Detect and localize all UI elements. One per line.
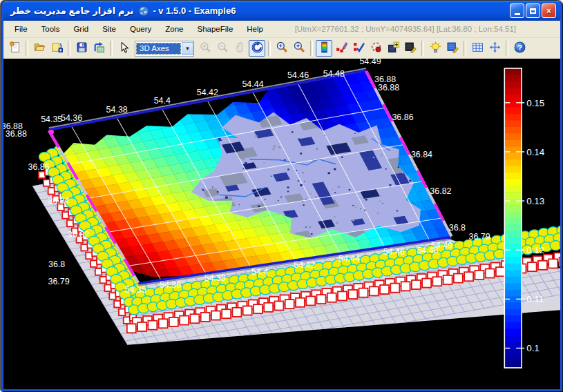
svg-text:54.4: 54.4 xyxy=(251,267,268,277)
toolbar-separator xyxy=(268,41,271,56)
svg-text:36.84: 36.84 xyxy=(411,149,432,159)
minimize-button[interactable] xyxy=(510,3,524,18)
toolbar-separator xyxy=(310,41,313,56)
app-window: نرم افزار جامع مدیریت خطر - v 1.5.0 - Ex… xyxy=(1,1,562,391)
toolbar-separator xyxy=(464,41,466,56)
svg-text:54.35: 54.35 xyxy=(41,115,62,124)
maximize-icon xyxy=(530,8,536,14)
menu-item-shapefile[interactable]: ShapeFile xyxy=(191,23,240,35)
colorbar-toggle-icon xyxy=(318,41,330,56)
view-mode-value: 3D Axes xyxy=(136,43,181,55)
colorbar-tick-label: 0.13 xyxy=(526,196,544,206)
open-project-icon xyxy=(34,41,46,56)
svg-text:36.79: 36.79 xyxy=(48,277,70,286)
colorbar-tick-label: 0.14 xyxy=(526,147,545,157)
svg-text:54.44: 54.44 xyxy=(242,79,263,89)
help-button[interactable]: ? xyxy=(511,40,528,57)
title-bar[interactable]: نرم افزار جامع مدیریت خطر - v 1.5.0 - Ex… xyxy=(3,1,560,21)
menu-item-help[interactable]: Help xyxy=(240,23,270,35)
minimize-icon xyxy=(515,13,520,15)
svg-text:54.42: 54.42 xyxy=(294,260,315,270)
data-grid-icon xyxy=(472,41,484,56)
svg-text:54.42: 54.42 xyxy=(197,88,218,97)
add-annotation-icon xyxy=(51,41,63,56)
screen: نرم افزار جامع مدیریت خطر - v 1.5.0 - Ex… xyxy=(0,0,563,392)
window-controls: × xyxy=(510,3,556,18)
record-region-icon xyxy=(370,41,382,56)
open-project-button[interactable] xyxy=(31,40,48,57)
scene-3d[interactable]: 54.3554.3654.3854.454.4254.4454.4654.485… xyxy=(3,59,560,389)
colorbar-toggle-button[interactable] xyxy=(316,40,332,57)
add-layer-icon xyxy=(388,41,399,56)
window-title-farsi: نرم افزار جامع مدیریت خطر xyxy=(10,6,133,16)
edit-dark-layer-button[interactable] xyxy=(402,40,419,57)
coordinate-readout: [UtmX=277601.32 ; UtmY=4074935.64] [Lat:… xyxy=(295,25,516,33)
apply-check-button[interactable] xyxy=(350,40,367,57)
globe-icon xyxy=(138,6,149,17)
colorbar: 0.150.140.130.120.110.1 xyxy=(504,68,545,369)
rotate-3d-icon xyxy=(251,41,263,56)
save-project-icon xyxy=(76,41,88,56)
svg-text:54.46: 54.46 xyxy=(287,70,309,80)
light-toggle-icon xyxy=(430,41,441,56)
edit-blue-layer-icon xyxy=(447,41,459,56)
help-icon: ? xyxy=(514,41,526,56)
toolbar: 3D Axes ▼ ? xyxy=(3,38,560,59)
zoom-extent-button[interactable] xyxy=(291,40,307,57)
paint-symbols-button[interactable] xyxy=(333,40,350,57)
chevron-down-icon[interactable]: ▼ xyxy=(182,42,193,55)
svg-text:36.88: 36.88 xyxy=(378,83,399,92)
data-grid-button[interactable] xyxy=(469,40,486,57)
select-cursor-button[interactable] xyxy=(115,40,132,57)
toolbar-separator xyxy=(506,41,508,56)
import-layer-icon xyxy=(93,41,105,56)
viewport-3d[interactable]: 54.3554.3654.3854.454.4254.4454.4654.485… xyxy=(3,59,560,389)
save-project-button[interactable] xyxy=(73,40,90,57)
menu-item-file[interactable]: File xyxy=(8,23,35,35)
new-project-icon xyxy=(9,41,21,56)
close-button[interactable]: × xyxy=(542,3,556,18)
menu-item-grid[interactable]: Grid xyxy=(66,23,95,35)
edit-blue-layer-button[interactable] xyxy=(444,40,461,57)
svg-text:36.82: 36.82 xyxy=(68,230,89,239)
toolbar-separator xyxy=(68,41,70,56)
svg-text:?: ? xyxy=(517,42,522,51)
zoom-in-view-button xyxy=(197,40,213,57)
zoom-extent-icon xyxy=(294,41,305,56)
apply-check-icon xyxy=(353,41,365,56)
edit-dark-layer-icon xyxy=(405,41,417,56)
rotate-3d-button[interactable] xyxy=(249,40,265,57)
maximize-button[interactable] xyxy=(526,3,540,18)
svg-text:36.86: 36.86 xyxy=(392,112,413,122)
pan-view-button xyxy=(231,40,248,57)
view-mode-dropdown[interactable]: 3D Axes ▼ xyxy=(135,41,194,57)
svg-text:36.84: 36.84 xyxy=(48,196,69,206)
menu-item-site[interactable]: Site xyxy=(95,23,123,35)
colorbar-tick-label: 0.1 xyxy=(526,343,540,353)
menu-items: FileToolsGridSiteQueryZoneShapeFileHelp xyxy=(3,23,270,35)
add-annotation-button[interactable] xyxy=(48,40,65,57)
record-region-button[interactable] xyxy=(368,40,384,57)
import-layer-button[interactable] xyxy=(90,40,107,57)
svg-text:36.8: 36.8 xyxy=(48,259,65,269)
new-project-button[interactable] xyxy=(6,40,23,57)
svg-text:54.49: 54.49 xyxy=(431,241,452,251)
menu-bar: FileToolsGridSiteQueryZoneShapeFileHelp … xyxy=(3,21,560,38)
svg-text:36.82: 36.82 xyxy=(430,186,451,196)
paint-symbols-icon xyxy=(336,41,347,56)
menu-item-tools[interactable]: Tools xyxy=(35,23,67,35)
menu-item-query[interactable]: Query xyxy=(123,23,158,35)
move-axes-button[interactable] xyxy=(486,40,503,57)
zoom-window-button[interactable] xyxy=(274,40,290,57)
svg-text:36.79: 36.79 xyxy=(468,232,490,242)
svg-text:54.36: 54.36 xyxy=(160,280,181,290)
svg-text:54.38: 54.38 xyxy=(106,105,128,115)
window-title-version: - v 1.5.0 - Example6 xyxy=(153,6,236,16)
svg-text:54.44: 54.44 xyxy=(338,254,360,264)
svg-text:54.35: 54.35 xyxy=(125,285,146,295)
colorbar-tick-label: 0.12 xyxy=(526,245,544,255)
menu-item-zone[interactable]: Zone xyxy=(158,23,190,35)
colorbar-tick-label: 0.15 xyxy=(526,98,544,108)
add-layer-button[interactable] xyxy=(385,40,401,57)
light-toggle-button[interactable] xyxy=(427,40,443,57)
